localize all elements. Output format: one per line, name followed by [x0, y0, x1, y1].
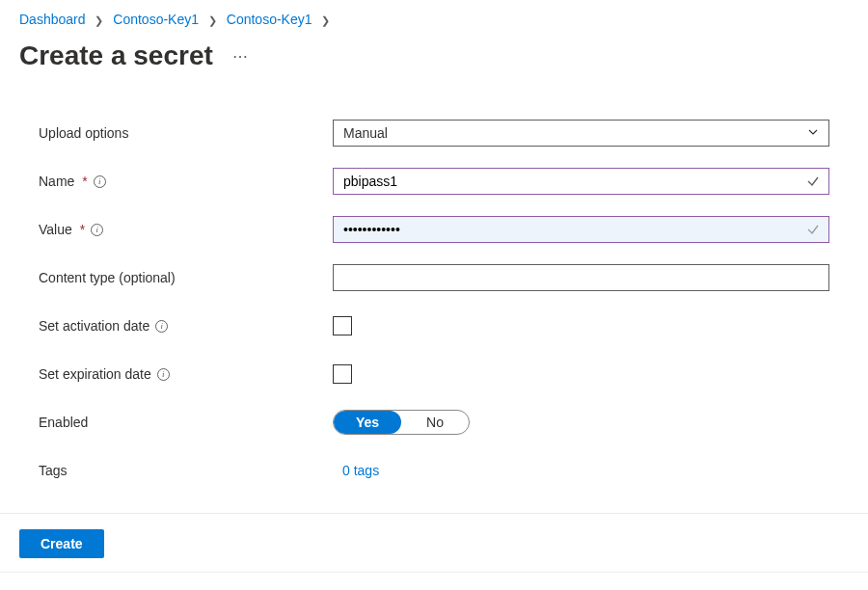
required-indicator: *: [82, 174, 87, 189]
chevron-down-icon: [807, 125, 819, 141]
breadcrumb-dashboard[interactable]: Dashboard: [19, 12, 86, 27]
info-icon[interactable]: i: [94, 175, 106, 188]
info-icon[interactable]: i: [157, 368, 170, 381]
breadcrumb: Dashboard ❯ Contoso-Key1 ❯ Contoso-Key1 …: [0, 0, 868, 35]
page-header: Create a secret ⋯: [0, 35, 868, 91]
footer: Create: [0, 513, 868, 573]
upload-options-label: Upload options: [39, 125, 333, 141]
tags-label: Tags: [39, 463, 333, 478]
chevron-right-icon: ❯: [208, 14, 217, 26]
info-icon[interactable]: i: [155, 320, 168, 333]
name-label: Name * i: [39, 174, 333, 189]
value-input[interactable]: [333, 216, 829, 243]
more-menu-button[interactable]: ⋯: [232, 47, 250, 66]
activation-date-label: Set activation date i: [39, 318, 333, 334]
content-type-label: Content type (optional): [39, 270, 333, 285]
chevron-right-icon: ❯: [95, 14, 103, 26]
check-icon: [806, 174, 820, 188]
upload-options-select[interactable]: Manual: [333, 120, 829, 147]
value-label: Value * i: [39, 222, 333, 237]
breadcrumb-item-2[interactable]: Contoso-Key1: [227, 12, 312, 27]
name-input-field[interactable]: [343, 169, 819, 194]
tags-link[interactable]: 0 tags: [333, 463, 379, 478]
breadcrumb-item-1[interactable]: Contoso-Key1: [113, 12, 199, 27]
expiration-date-checkbox[interactable]: [333, 364, 352, 384]
content-type-input-field[interactable]: [343, 265, 819, 290]
enabled-toggle-no[interactable]: No: [401, 411, 469, 434]
create-button[interactable]: Create: [19, 529, 104, 558]
info-icon[interactable]: i: [91, 224, 103, 236]
form: Upload options Manual Name * i: [0, 91, 868, 524]
enabled-label: Enabled: [39, 415, 333, 430]
name-input[interactable]: [333, 168, 829, 195]
content-type-input[interactable]: [333, 264, 829, 291]
check-icon: [806, 223, 820, 236]
chevron-right-icon: ❯: [321, 14, 330, 26]
activation-date-checkbox[interactable]: [333, 316, 352, 335]
upload-options-value: Manual: [343, 125, 388, 141]
expiration-date-label: Set expiration date i: [39, 366, 333, 382]
enabled-toggle[interactable]: Yes No: [333, 410, 470, 435]
page-title: Create a secret: [19, 40, 213, 71]
value-input-field[interactable]: [343, 217, 819, 242]
required-indicator: *: [80, 222, 85, 237]
enabled-toggle-yes[interactable]: Yes: [334, 411, 401, 434]
